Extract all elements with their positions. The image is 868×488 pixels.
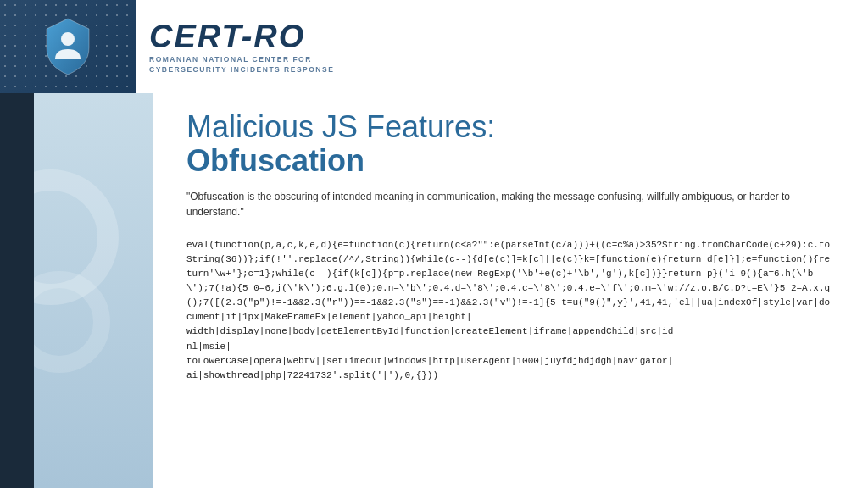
cert-ro-branding: CERT-RO ROMANIAN NATIONAL CENTER FOR CYB… [149,19,334,75]
logo-box [0,0,136,93]
svg-point-0 [61,32,75,46]
cert-ro-subtitle-line2: CYBERSECURITY INCIDENTS RESPONSE [149,65,334,75]
code-block: eval(function(p,a,c,k,e,d){e=function(c)… [186,238,834,382]
main-content: Malicious JS Features: Obfuscation "Obfu… [153,93,868,488]
page-title-line1: Malicious JS Features: [186,109,495,144]
quote-text: "Obfuscation is the obscuring of intende… [186,189,834,219]
cert-ro-title: CERT-RO [149,19,334,55]
header: CERT-RO ROMANIAN NATIONAL CENTER FOR CYB… [0,0,868,93]
page-title-line2: Obfuscation [186,143,364,178]
dark-strip [0,93,34,488]
page-title: Malicious JS Features: Obfuscation [186,110,834,177]
cert-ro-subtitle-line1: ROMANIAN NATIONAL CENTER FOR [149,55,334,65]
shield-icon [42,17,93,76]
